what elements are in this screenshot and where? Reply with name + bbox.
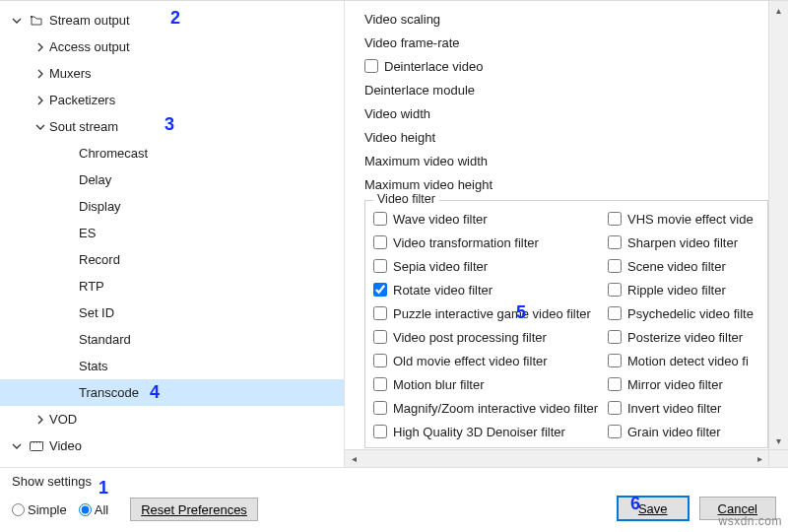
- tree-standard[interactable]: Standard: [0, 326, 344, 353]
- reset-preferences-button[interactable]: Reset Preferences: [130, 498, 258, 521]
- video-filter-checkbox[interactable]: Sharpen video filter: [608, 231, 768, 254]
- video-filter-checkbox[interactable]: Ripple video filter: [608, 278, 768, 301]
- group-title: Video filter: [373, 192, 439, 206]
- option-label: Maximum video width: [364, 154, 488, 168]
- settings-mode-all[interactable]: All: [79, 502, 108, 517]
- watermark: wsxdn.com: [718, 514, 782, 528]
- checkbox-label: Motion detect video fi: [627, 354, 749, 368]
- checkbox-label: Wave video filter: [393, 212, 488, 227]
- checkbox-label: Puzzle interactive game video filter: [393, 306, 591, 321]
- video-filter-checkbox[interactable]: Scene video filter: [608, 254, 768, 278]
- radio-label: Simple: [28, 502, 67, 517]
- horizontal-scrollbar[interactable]: ◂▸: [345, 449, 768, 467]
- tree-delay[interactable]: Delay: [0, 166, 344, 193]
- deinterlace-video-checkbox[interactable]: Deinterlace video: [364, 54, 768, 78]
- bottom-bar: Show settings Simple All Reset Preferenc…: [0, 468, 788, 532]
- scroll-right-icon[interactable]: ▸: [751, 450, 768, 467]
- video-filter-checkbox[interactable]: Wave video filter: [373, 207, 608, 231]
- tree-label: Delay: [79, 172, 111, 187]
- scroll-left-icon[interactable]: ◂: [345, 450, 362, 467]
- vertical-scrollbar[interactable]: ▴▾: [768, 1, 788, 449]
- tree-label: Standard: [79, 332, 131, 347]
- option-label: Video height: [364, 130, 435, 145]
- tree-label: VOD: [49, 412, 77, 427]
- scroll-down-icon[interactable]: ▾: [769, 432, 788, 449]
- tree-chromecast[interactable]: Chromecast: [0, 140, 344, 166]
- tree-video[interactable]: Video: [0, 432, 344, 459]
- video-filter-checkbox[interactable]: Sepia video filter: [373, 254, 608, 278]
- radio-label: All: [95, 502, 108, 517]
- video-filter-checkbox[interactable]: Puzzle interactive game video filter: [373, 301, 608, 325]
- tree-stats[interactable]: Stats: [0, 353, 344, 379]
- option-label: Video width: [364, 106, 430, 121]
- tree-label: Packetizers: [49, 93, 115, 107]
- video-filter-checkbox[interactable]: Motion detect video fi: [608, 349, 768, 372]
- video-filter-checkbox[interactable]: Motion blur filter: [373, 372, 608, 396]
- checkbox-label: VHS movie effect vide: [627, 212, 754, 227]
- option-label: Video scaling: [364, 12, 440, 27]
- checkbox-label: Mirror video filter: [627, 377, 723, 392]
- tree-sout-stream[interactable]: Sout stream: [0, 113, 344, 140]
- tree-label: Set ID: [79, 305, 114, 320]
- video-filter-checkbox[interactable]: Video post processing filter: [373, 325, 608, 349]
- tree-set-id[interactable]: Set ID: [0, 299, 344, 326]
- chevron-down-icon: [8, 441, 26, 451]
- scroll-up-icon[interactable]: ▴: [769, 1, 788, 19]
- tree-transcode[interactable]: Transcode: [0, 379, 344, 406]
- tree-label: RTP: [79, 279, 104, 294]
- video-filter-checkbox[interactable]: Rotate video filter: [373, 278, 608, 301]
- show-settings-radio-group: Simple All: [12, 502, 116, 517]
- button-label: Reset Preferences: [141, 502, 247, 517]
- chevron-down-icon: [32, 122, 49, 132]
- settings-mode-simple[interactable]: Simple: [12, 502, 67, 517]
- tree-es[interactable]: ES: [0, 220, 344, 246]
- option-label: Maximum video height: [364, 177, 492, 192]
- preferences-tree[interactable]: Stream output Access output Muxers Packe…: [0, 1, 345, 467]
- tree-access-output[interactable]: Access output: [0, 33, 344, 60]
- video-filter-checkbox[interactable]: Old movie effect video filter: [373, 349, 608, 372]
- video-filter-checkbox[interactable]: Psychedelic video filte: [608, 301, 768, 325]
- video-icon: [26, 438, 47, 454]
- tree-label: ES: [79, 226, 96, 240]
- tree-vod[interactable]: VOD: [0, 406, 344, 432]
- video-filter-checkbox[interactable]: VHS movie effect vide: [608, 207, 768, 231]
- chevron-right-icon: [32, 42, 49, 52]
- checkbox-label: Old movie effect video filter: [393, 354, 548, 368]
- checkbox-label: Psychedelic video filte: [627, 306, 754, 321]
- tree-record[interactable]: Record: [0, 246, 344, 273]
- checkbox-label: High Quality 3D Denoiser filter: [393, 425, 565, 439]
- tree-label: Video: [49, 438, 82, 453]
- video-filter-checkbox[interactable]: Video transformation filter: [373, 231, 608, 254]
- tree-display[interactable]: Display: [0, 193, 344, 220]
- chevron-down-icon: [8, 16, 26, 26]
- video-filter-checkbox[interactable]: Invert video filter: [608, 396, 768, 420]
- tree-label: Display: [79, 199, 121, 214]
- settings-panel: Video scaling Video frame-rate Deinterla…: [345, 1, 788, 467]
- video-filter-checkbox[interactable]: Magnify/Zoom interactive video filter: [373, 396, 608, 420]
- chevron-right-icon: [32, 415, 49, 425]
- button-label: Save: [638, 501, 668, 516]
- tree-rtp[interactable]: RTP: [0, 273, 344, 299]
- tree-packetizers[interactable]: Packetizers: [0, 87, 344, 113]
- video-filter-checkbox[interactable]: Mirror video filter: [608, 372, 768, 396]
- checkbox-label: Ripple video filter: [627, 283, 726, 298]
- video-filter-checkbox[interactable]: Posterize video filter: [608, 325, 768, 349]
- checkbox-label: Rotate video filter: [393, 283, 492, 298]
- video-filter-checkbox[interactable]: High Quality 3D Denoiser filter: [373, 420, 608, 443]
- tree-stream-output[interactable]: Stream output: [0, 7, 344, 33]
- tree-label: Record: [79, 252, 120, 267]
- checkbox-label: Deinterlace video: [384, 59, 483, 74]
- stream-icon: [26, 13, 47, 29]
- show-settings-label: Show settings: [12, 474, 92, 489]
- tree-label: Stream output: [49, 13, 130, 28]
- chevron-right-icon: [32, 69, 49, 79]
- chevron-right-icon: [32, 96, 49, 105]
- checkbox-label: Scene video filter: [627, 259, 726, 274]
- video-filter-checkbox[interactable]: Grain video filter: [608, 420, 768, 443]
- tree-label: Muxers: [49, 66, 92, 81]
- save-button[interactable]: Save: [617, 496, 690, 521]
- checkbox-label: Magnify/Zoom interactive video filter: [393, 401, 598, 416]
- tree-muxers[interactable]: Muxers: [0, 60, 344, 87]
- checkbox-label: Video transformation filter: [393, 235, 539, 250]
- tree-label: Chromecast: [79, 146, 148, 161]
